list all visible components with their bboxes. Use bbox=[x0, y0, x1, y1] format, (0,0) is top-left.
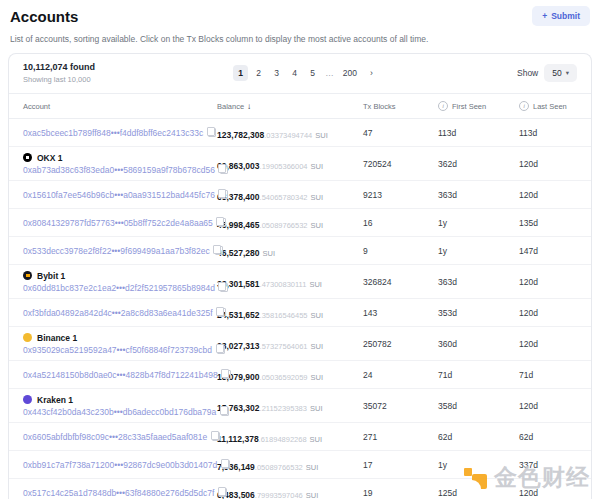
page-button-4[interactable]: 4 bbox=[287, 65, 302, 81]
account-address[interactable]: 0x15610fa7ee546b96cb•••a0aa931512bad445f… bbox=[23, 189, 215, 201]
account-cell: 0x15610fa7ee546b96cb•••a0aa931512bad445f… bbox=[23, 189, 217, 201]
last-seen-value: 147d bbox=[519, 246, 577, 256]
account-address[interactable]: 0xbb91c7a7f738a71200•••92867dc9e00b3d014… bbox=[23, 459, 217, 471]
info-icon: i bbox=[438, 101, 448, 111]
account-address[interactable]: 0x443cf42b0da43c230b•••db6adecc0bd176dba… bbox=[23, 406, 216, 418]
bybit-exchange-icon bbox=[23, 271, 32, 280]
account-cell: OKX 10xab73ad38c63f83eda0•••5869159a9f78… bbox=[23, 152, 217, 176]
page-button-1[interactable]: 1 bbox=[233, 65, 248, 81]
table-row: 0x6605abfdbfbf98c09c•••28c33a5faaed5aaf0… bbox=[9, 423, 591, 451]
okx-exchange-icon bbox=[23, 153, 32, 162]
table-row: Kraken 10x443cf42b0da43c230b•••db6adecc0… bbox=[9, 389, 591, 423]
exchange-name: Bybit 1 bbox=[37, 270, 65, 282]
column-header-balance[interactable]: Balance ↓ bbox=[217, 102, 363, 111]
copy-icon[interactable] bbox=[220, 190, 228, 199]
first-seen-value: 1y bbox=[438, 246, 519, 256]
page-button-200[interactable]: 200 bbox=[339, 65, 361, 81]
account-address[interactable]: 0xac5bceec1b789ff848•••f4ddf8bff6ec2413c… bbox=[23, 127, 203, 139]
exchange-label[interactable]: Binance 1 bbox=[23, 332, 217, 344]
tx-blocks-value: 720524 bbox=[363, 159, 438, 169]
account-cell: Bybit 10x60dd81bc837e2c1ea2•••d2f2f52195… bbox=[23, 270, 217, 294]
exchange-name: Binance 1 bbox=[37, 332, 77, 344]
table-row: 0xac5bceec1b789ff848•••f4ddf8bff6ec2413c… bbox=[9, 119, 591, 147]
table-row: OKX 10xab73ad38c63f83eda0•••5869159a9f78… bbox=[9, 147, 591, 181]
account-address[interactable]: 0x80841329787fd57763•••05b8ff752c2de4a8a… bbox=[23, 217, 213, 229]
first-seen-value: 353d bbox=[438, 308, 519, 318]
first-seen-value: 360d bbox=[438, 339, 519, 349]
table-header: Account Balance ↓ Tx Blocks i First Seen… bbox=[9, 94, 591, 119]
column-header-tx-blocks[interactable]: Tx Blocks bbox=[363, 102, 438, 111]
copy-icon[interactable] bbox=[218, 218, 226, 227]
account-cell: 0xbb91c7a7f738a71200•••92867dc9e00b3d014… bbox=[23, 459, 217, 471]
balance-value: 7,936,149.05089766532SUI bbox=[217, 456, 363, 474]
copy-icon[interactable] bbox=[221, 407, 229, 416]
tx-blocks-value: 271 bbox=[363, 432, 438, 442]
copy-icon[interactable] bbox=[220, 283, 228, 292]
page-button-5[interactable]: 5 bbox=[305, 65, 320, 81]
account-address[interactable]: 0x517c14c25a1d7848db•••63f84880e276d5d5d… bbox=[23, 487, 214, 499]
copy-icon[interactable] bbox=[223, 370, 231, 379]
exchange-label[interactable]: Kraken 1 bbox=[23, 394, 217, 406]
tx-blocks-value: 9213 bbox=[363, 190, 438, 200]
account-address[interactable]: 0xab73ad38c63f83eda0•••5869159a9f78b678c… bbox=[23, 164, 215, 176]
table-row: Binance 10x935029ca5219592a47•••cf50f688… bbox=[9, 327, 591, 361]
account-address[interactable]: 0x6605abfdbfbf98c09c•••28c33a5faaed5aaf0… bbox=[23, 431, 207, 443]
first-seen-value: 71d bbox=[438, 370, 519, 380]
table-row: 0x533decc3978e2f8f22•••9f699499a1aa7b3f8… bbox=[9, 237, 591, 265]
copy-icon[interactable] bbox=[218, 308, 226, 317]
exchange-name: OKX 1 bbox=[37, 152, 63, 164]
last-seen-value: 71d bbox=[519, 370, 577, 380]
tx-blocks-value: 19 bbox=[363, 488, 438, 498]
kraken-exchange-icon bbox=[23, 395, 32, 404]
info-icon: i bbox=[519, 101, 529, 111]
tx-blocks-value: 143 bbox=[363, 308, 438, 318]
results-count: 10,112,074 found bbox=[23, 62, 95, 72]
account-address[interactable]: 0x60dd81bc837e2c1ea2•••d2f2f521957865b89… bbox=[23, 282, 215, 294]
copy-icon[interactable] bbox=[220, 165, 228, 174]
last-seen-value: 337d bbox=[519, 460, 577, 470]
page-button-3[interactable]: 3 bbox=[269, 65, 284, 81]
first-seen-value: 363d bbox=[438, 277, 519, 287]
account-cell: 0xac5bceec1b789ff848•••f4ddf8bff6ec2413c… bbox=[23, 127, 217, 139]
table-row: 0xbb91c7a7f738a71200•••92867dc9e00b3d014… bbox=[9, 451, 591, 479]
table-row: 0x4a52148150b8d0ae0c•••4828b47f8d712241b… bbox=[9, 361, 591, 389]
tx-blocks-value: 47 bbox=[363, 128, 438, 138]
next-page-icon[interactable]: › bbox=[364, 65, 379, 81]
copy-icon[interactable] bbox=[219, 488, 227, 497]
chevron-down-icon: ▾ bbox=[566, 70, 569, 77]
balance-value: 46,527,280SUI bbox=[217, 242, 363, 260]
account-cell: 0x6605abfdbfbf98c09c•••28c33a5faaed5aaf0… bbox=[23, 431, 217, 443]
account-address[interactable]: 0x533decc3978e2f8f22•••9f699499a1aa7b3f8… bbox=[23, 245, 210, 257]
page-subtitle: List of accounts, sorting available. Cli… bbox=[10, 34, 590, 44]
account-address[interactable]: 0x935029ca5219592a47•••cf50f68846f723739… bbox=[23, 344, 212, 356]
first-seen-value: 125d bbox=[438, 488, 519, 498]
account-cell: Kraken 10x443cf42b0da43c230b•••db6adecc0… bbox=[23, 394, 217, 418]
account-cell: Binance 10x935029ca5219592a47•••cf50f688… bbox=[23, 332, 217, 356]
account-address[interactable]: 0x4a52148150b8d0ae0c•••4828b47f8d712241b… bbox=[23, 369, 218, 381]
copy-icon[interactable] bbox=[215, 246, 223, 255]
column-header-last-seen: i Last Seen bbox=[519, 101, 577, 111]
page-title: Accounts bbox=[10, 8, 78, 25]
exchange-label[interactable]: Bybit 1 bbox=[23, 270, 217, 282]
table-body: 0xac5bceec1b789ff848•••f4ddf8bff6ec2413c… bbox=[9, 119, 591, 499]
accounts-card: 10,112,074 found Showing last 10,000 123… bbox=[8, 53, 592, 499]
showing-note: Showing last 10,000 bbox=[23, 75, 95, 84]
table-row: 0x15610fa7ee546b96cb•••a0aa931512bad445f… bbox=[9, 181, 591, 209]
account-address[interactable]: 0xf3bfda04892a842d4c•••2a8c8d83a6ea41de3… bbox=[23, 307, 213, 319]
page-button-2[interactable]: 2 bbox=[251, 65, 266, 81]
first-seen-value: 362d bbox=[438, 159, 519, 169]
copy-icon[interactable] bbox=[208, 128, 216, 137]
exchange-label[interactable]: OKX 1 bbox=[23, 152, 217, 164]
tx-blocks-value: 17 bbox=[363, 460, 438, 470]
balance-value: 11,112,378.61894892268SUI bbox=[217, 428, 363, 446]
account-cell: 0x4a52148150b8d0ae0c•••4828b47f8d712241b… bbox=[23, 369, 217, 381]
last-seen-value: 120d bbox=[519, 308, 577, 318]
copy-icon[interactable] bbox=[222, 460, 230, 469]
submit-button[interactable]: + Submit bbox=[532, 6, 590, 26]
copy-icon[interactable] bbox=[217, 345, 225, 354]
page-size-select[interactable]: 50 ▾ bbox=[544, 64, 577, 82]
tx-blocks-value: 16 bbox=[363, 218, 438, 228]
last-seen-value: 120d bbox=[519, 277, 577, 287]
copy-icon[interactable] bbox=[212, 432, 220, 441]
tx-blocks-value: 35072 bbox=[363, 401, 438, 411]
